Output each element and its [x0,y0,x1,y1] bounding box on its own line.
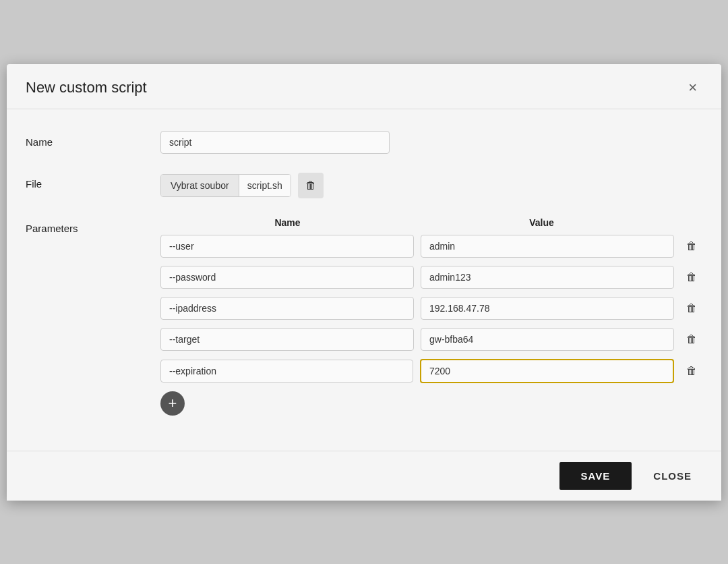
params-header: Name Value [160,217,702,228]
name-row: Name [26,131,702,154]
param-trash-icon: 🗑 [686,302,697,314]
file-delete-button[interactable]: 🗑 [298,173,324,198]
param-rows-container: 🗑🗑🗑🗑🗑 [160,235,702,383]
file-row: File Vybrat soubor script.sh 🗑 [26,173,702,198]
name-label: Name [26,131,160,148]
file-row-inner: Vybrat soubor script.sh 🗑 [160,173,702,198]
param-delete-button[interactable]: 🗑 [681,300,702,317]
param-row: 🗑 [160,297,702,320]
param-row: 🗑 [160,359,702,383]
param-name-input[interactable] [160,360,413,383]
close-x-icon: × [688,79,697,96]
dialog-header: New custom script × [7,64,721,109]
param-value-input[interactable] [420,359,674,383]
param-row: 🗑 [160,328,702,351]
parameters-label: Parameters [26,217,160,234]
param-trash-icon: 🗑 [686,240,697,252]
param-delete-button[interactable]: 🗑 [681,237,702,255]
param-value-input[interactable] [421,235,674,258]
param-trash-icon: 🗑 [686,333,697,345]
param-value-input[interactable] [421,328,674,351]
file-input-wrapper: Vybrat soubor script.sh [160,174,291,197]
file-name: script.sh [239,175,291,196]
add-parameter-button[interactable]: + [160,391,185,416]
param-name-input[interactable] [160,235,414,258]
file-control: Vybrat soubor script.sh 🗑 [160,173,702,198]
file-trash-icon: 🗑 [305,179,316,192]
param-trash-icon: 🗑 [686,271,697,283]
parameters-control: Name Value 🗑🗑🗑🗑🗑 + [160,217,702,416]
param-trash-icon: 🗑 [686,365,697,377]
close-button[interactable]: CLOSE [642,462,702,490]
dialog-title: New custom script [26,79,147,96]
name-input[interactable] [160,131,390,154]
parameters-table: Name Value 🗑🗑🗑🗑🗑 + [160,217,702,416]
param-row: 🗑 [160,235,702,258]
parameters-row: Parameters Name Value 🗑🗑🗑🗑🗑 + [26,217,702,416]
dialog-body: Name File Vybrat soubor script.sh 🗑 [7,109,721,451]
params-col-value: Value [415,217,669,228]
param-value-input[interactable] [421,266,674,289]
save-button[interactable]: SAVE [559,462,632,490]
param-row: 🗑 [160,266,702,289]
file-choose-button[interactable]: Vybrat soubor [161,175,239,196]
params-col-name: Name [160,217,415,228]
param-delete-button[interactable]: 🗑 [681,331,702,348]
param-value-input[interactable] [421,297,674,320]
add-param-row: + [160,391,702,416]
close-x-button[interactable]: × [683,78,702,98]
dialog-overlay: New custom script × Name File Vybrat s [0,0,728,564]
dialog-footer: SAVE CLOSE [7,451,721,501]
param-delete-button[interactable]: 🗑 [681,362,702,380]
file-label: File [26,173,160,190]
param-name-input[interactable] [160,266,414,289]
param-delete-button[interactable]: 🗑 [681,269,702,286]
param-name-input[interactable] [160,297,414,320]
param-name-input[interactable] [160,328,414,351]
plus-icon: + [169,395,177,412]
dialog: New custom script × Name File Vybrat s [7,64,721,501]
name-control [160,131,702,154]
